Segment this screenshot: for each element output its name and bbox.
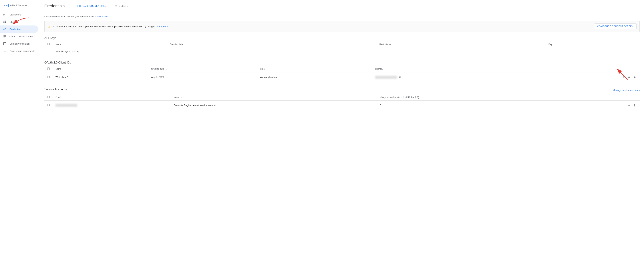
manage-service-accounts-link[interactable]: Manage service accounts bbox=[613, 89, 640, 92]
oauth-row-checkbox-cell bbox=[44, 72, 52, 82]
delete-btn-icon: 🗑 bbox=[115, 4, 118, 8]
sidebar-page-usage-label: Page usage agreements bbox=[10, 50, 35, 52]
sa-header-checkbox bbox=[44, 94, 52, 100]
usage-help-icon[interactable]: ? bbox=[417, 96, 420, 98]
warning-banner: ⚠ To protect you and your users, your co… bbox=[44, 21, 640, 32]
svg-point-5 bbox=[4, 29, 5, 30]
library-icon bbox=[3, 20, 6, 24]
oauth-edit-icon[interactable]: ✏ bbox=[622, 74, 626, 80]
sa-delete-icon[interactable]: 🗑 bbox=[632, 103, 637, 108]
sa-col-name[interactable]: Name ↑ bbox=[171, 94, 377, 100]
client-id-blurred bbox=[375, 76, 397, 79]
svg-point-0 bbox=[4, 14, 5, 15]
creation-date-sort-icon: ↓ bbox=[184, 43, 186, 46]
sidebar-item-dashboard[interactable]: Dashboard bbox=[0, 11, 38, 18]
sidebar-domain-label: Domain verification bbox=[10, 42, 30, 45]
sa-row-checkbox-cell bbox=[44, 100, 52, 110]
sa-row-compute-engine: Compute Engine default service account 0… bbox=[44, 100, 640, 110]
api-keys-col-name: Name bbox=[52, 41, 167, 48]
app-title: APIs & Services bbox=[10, 4, 27, 7]
sa-row-checkbox[interactable] bbox=[47, 104, 50, 106]
sa-row-email bbox=[52, 100, 171, 110]
configure-consent-screen-button[interactable]: CONFIGURE CONSENT SCREEN bbox=[594, 24, 636, 29]
api-keys-select-all-checkbox[interactable] bbox=[47, 43, 50, 45]
oauth-col-client-id: Client ID bbox=[372, 66, 534, 72]
api-keys-empty-message: No API keys to display bbox=[52, 48, 640, 55]
oauth-row-name: Web client 1 bbox=[52, 72, 148, 82]
page-title: Credentials bbox=[44, 4, 64, 8]
sa-select-all-checkbox[interactable] bbox=[47, 96, 50, 98]
svg-rect-9 bbox=[4, 42, 6, 45]
oauth-row-type: Web application bbox=[257, 72, 372, 82]
domain-icon bbox=[3, 42, 6, 46]
sidebar-library-label: Library bbox=[10, 20, 17, 23]
svg-rect-12 bbox=[4, 52, 6, 52]
dashboard-icon bbox=[3, 13, 6, 16]
oauth-col-name: Name bbox=[52, 66, 148, 72]
sidebar-credentials-label: Credentials bbox=[10, 28, 22, 30]
subtitle-text: Create credentials to access your enable… bbox=[44, 15, 95, 18]
warning-message: To protect you and your users, your cons… bbox=[52, 25, 155, 28]
oauth-row-actions: ✏ 🗑 ⬇ bbox=[534, 72, 640, 82]
subtitle-learn-more-link[interactable]: Learn more bbox=[95, 15, 107, 18]
page-usage-icon bbox=[3, 49, 6, 53]
oauth-row-client-id: ⧉ bbox=[372, 72, 534, 82]
sa-email-blurred bbox=[56, 104, 77, 107]
oauth-consent-icon bbox=[3, 34, 6, 38]
sidebar-item-page-usage[interactable]: Page usage agreements bbox=[0, 47, 38, 54]
sa-col-email: Email bbox=[52, 94, 171, 100]
svg-rect-4 bbox=[5, 22, 6, 23]
sidebar-item-oauth-consent[interactable]: OAuth consent screen bbox=[0, 33, 38, 40]
main-header: Credentials + + CREATE CREDENTIALS 🗑 DEL… bbox=[40, 0, 644, 12]
svg-rect-1 bbox=[4, 20, 4, 22]
plus-icon: + bbox=[74, 4, 76, 8]
oauth-col-creation[interactable]: Creation date ↓ bbox=[148, 66, 257, 72]
delete-btn-label: DELETE bbox=[119, 5, 128, 7]
warning-learn-more-link[interactable]: Learn more bbox=[156, 25, 168, 28]
sa-row-action-icons: ✏ 🗑 bbox=[576, 103, 637, 108]
oauth-row-web-client-1: Web client 1 Aug 5, 2020 Web application… bbox=[44, 72, 640, 82]
service-accounts-header: Service Accounts Manage service accounts bbox=[44, 88, 640, 92]
sa-name-sort-icon: ↑ bbox=[181, 96, 182, 98]
service-accounts-table: Email Name ↑ Usage with all services (la… bbox=[44, 94, 640, 110]
svg-rect-11 bbox=[4, 51, 6, 51]
sa-col-usage: Usage with all services (last 30 days) ? bbox=[377, 94, 574, 100]
sa-edit-icon[interactable]: ✏ bbox=[627, 103, 631, 108]
api-keys-col-restrictions: Restrictions bbox=[376, 41, 546, 48]
oauth-delete-icon[interactable]: 🗑 bbox=[627, 75, 632, 80]
warning-left: ⚠ To protect you and your users, your co… bbox=[48, 24, 168, 28]
oauth-section-title: OAuth 2.0 Client IDs bbox=[44, 61, 640, 64]
sa-row-usage: 0 bbox=[377, 100, 574, 110]
sidebar-item-library[interactable]: Library bbox=[0, 18, 38, 26]
api-keys-table: Name Creation date ↓ Restrictions Key No… bbox=[44, 41, 640, 55]
app-logo: API APIs & Services bbox=[0, 2, 40, 11]
api-keys-section-title: API Keys bbox=[44, 36, 640, 40]
warning-text: To protect you and your users, your cons… bbox=[52, 25, 168, 28]
api-keys-col-creation[interactable]: Creation date ↓ bbox=[167, 41, 376, 48]
page-subtitle: Create credentials to access your enable… bbox=[44, 15, 640, 18]
sa-row-actions: ✏ 🗑 bbox=[574, 100, 640, 110]
svg-rect-7 bbox=[4, 36, 6, 36]
oauth-select-all-checkbox[interactable] bbox=[47, 68, 50, 70]
sidebar-item-credentials[interactable]: Credentials bbox=[0, 26, 38, 33]
svg-rect-6 bbox=[4, 36, 6, 36]
svg-rect-3 bbox=[4, 22, 4, 23]
warning-link-text: Learn more bbox=[156, 25, 168, 28]
oauth-row-action-icons: ✏ 🗑 ⬇ bbox=[537, 74, 637, 80]
sidebar-item-domain-verification[interactable]: Domain verification bbox=[0, 40, 38, 47]
oauth-header-checkbox bbox=[44, 66, 52, 72]
oauth-creation-sort-icon: ↓ bbox=[166, 68, 167, 70]
oauth-row-checkbox[interactable] bbox=[47, 76, 50, 78]
api-keys-empty-row: No API keys to display bbox=[44, 48, 640, 55]
delete-button[interactable]: 🗑 DELETE bbox=[113, 3, 130, 9]
sidebar-oauth-label: OAuth consent screen bbox=[10, 35, 33, 38]
sa-col-actions bbox=[574, 94, 640, 100]
oauth-download-icon[interactable]: ⬇ bbox=[633, 74, 637, 80]
svg-rect-10 bbox=[4, 50, 6, 50]
service-accounts-section-title: Service Accounts bbox=[44, 88, 67, 91]
warning-triangle-icon: ⚠ bbox=[48, 24, 50, 28]
copy-client-id-icon[interactable]: ⧉ bbox=[399, 76, 401, 78]
create-credentials-button[interactable]: + + CREATE CREDENTIALS bbox=[72, 3, 108, 9]
oauth-col-actions bbox=[534, 66, 640, 72]
sidebar-dashboard-label: Dashboard bbox=[10, 13, 21, 16]
